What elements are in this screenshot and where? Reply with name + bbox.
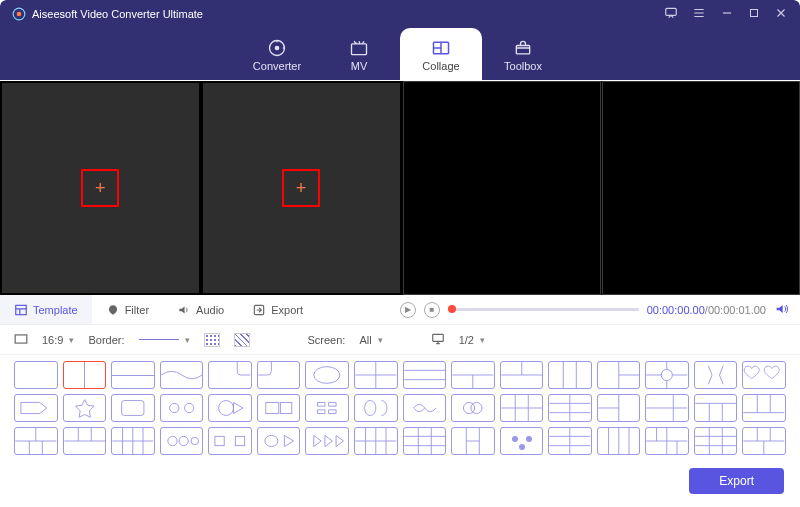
svg-rect-9 [16,305,27,314]
template-item[interactable] [548,427,592,455]
svg-point-18 [219,401,234,416]
subtab-export[interactable]: Export [238,295,317,324]
tab-label: MV [351,60,368,72]
preview-pane [403,81,801,295]
close-icon[interactable] [774,6,788,22]
border-style-dropdown[interactable] [139,335,190,345]
tab-collage[interactable]: Collage [400,28,482,80]
subtab-template[interactable]: Template [0,295,92,324]
template-item[interactable] [548,361,592,389]
template-item[interactable] [111,427,155,455]
template-item[interactable] [645,361,689,389]
aspect-icon [14,333,28,347]
template-item[interactable] [354,361,398,389]
template-item[interactable] [208,427,252,455]
svg-rect-11 [15,334,27,342]
template-item[interactable] [597,361,641,389]
preview-slot [602,81,800,295]
tab-label: Collage [422,60,459,72]
subtab-label: Audio [196,304,224,316]
maximize-icon[interactable] [748,7,760,21]
template-item[interactable] [645,394,689,422]
plus-icon: + [95,179,106,197]
subtab-filter[interactable]: Filter [92,295,163,324]
template-item[interactable] [500,361,544,389]
template-options: 16:9 Border: Screen: All 1/2 [0,325,800,355]
filter-icon [106,303,120,317]
svg-point-26 [265,435,278,446]
template-item[interactable] [500,394,544,422]
template-item[interactable] [305,394,349,422]
template-item[interactable] [257,427,301,455]
converter-icon [267,38,287,58]
export-button[interactable]: Export [689,468,784,494]
template-item[interactable] [354,427,398,455]
template-item[interactable] [500,427,544,455]
template-item[interactable] [451,394,495,422]
template-item[interactable] [208,361,252,389]
template-item[interactable] [14,427,58,455]
stop-button[interactable]: ■ [424,302,440,318]
page-dropdown[interactable]: 1/2 [459,334,485,346]
seek-handle[interactable] [448,305,456,313]
svg-rect-3 [751,10,758,17]
template-item[interactable] [305,361,349,389]
feedback-icon[interactable] [664,6,678,22]
template-item[interactable] [63,427,107,455]
collage-slot[interactable]: + [203,83,400,293]
template-item[interactable] [14,361,58,389]
template-item[interactable] [403,427,447,455]
add-media-button[interactable]: + [282,169,320,207]
border-pattern-diagonal[interactable] [234,333,250,347]
svg-rect-19 [266,402,279,413]
menu-icon[interactable] [692,6,706,22]
template-item[interactable] [403,394,447,422]
seek-bar[interactable] [448,308,639,311]
playback-controls: ▶ ■ 00:00:00.00/00:00:01.00 [390,295,800,324]
template-item[interactable] [403,361,447,389]
template-item[interactable] [257,394,301,422]
aspect-ratio-dropdown[interactable]: 16:9 [42,334,74,346]
screen-dropdown[interactable]: All [359,334,382,346]
template-item[interactable] [208,394,252,422]
template-item[interactable] [742,394,786,422]
template-item[interactable] [742,427,786,455]
template-grid [0,355,800,455]
tab-converter[interactable]: Converter [236,28,318,80]
collage-slot[interactable]: + [2,83,199,293]
template-item[interactable] [111,394,155,422]
template-item[interactable] [548,394,592,422]
border-pattern-dots[interactable] [204,333,220,347]
template-item[interactable] [14,394,58,422]
tab-mv[interactable]: MV [318,28,400,80]
template-item[interactable] [160,394,204,422]
template-item[interactable] [694,361,738,389]
play-button[interactable]: ▶ [400,302,416,318]
template-item[interactable] [257,361,301,389]
svg-point-22 [179,436,188,445]
svg-point-29 [519,444,525,450]
app-title: Aiseesoft Video Converter Ultimate [32,8,203,20]
template-item[interactable] [597,427,641,455]
template-item[interactable] [111,361,155,389]
volume-icon[interactable] [774,301,790,319]
template-item[interactable] [451,427,495,455]
template-item[interactable] [354,394,398,422]
template-item[interactable] [694,427,738,455]
template-item[interactable] [694,394,738,422]
template-item[interactable] [305,427,349,455]
template-item[interactable] [160,361,204,389]
template-item[interactable] [63,361,107,389]
template-item[interactable] [451,361,495,389]
template-item[interactable] [597,394,641,422]
minimize-icon[interactable] [720,6,734,22]
template-item[interactable] [645,427,689,455]
subtab-audio[interactable]: Audio [163,295,238,324]
template-icon [14,303,28,317]
add-media-button[interactable]: + [81,169,119,207]
plus-icon: + [296,179,307,197]
tab-toolbox[interactable]: Toolbox [482,28,564,80]
template-item[interactable] [63,394,107,422]
template-item[interactable] [160,427,204,455]
template-item[interactable] [742,361,786,389]
